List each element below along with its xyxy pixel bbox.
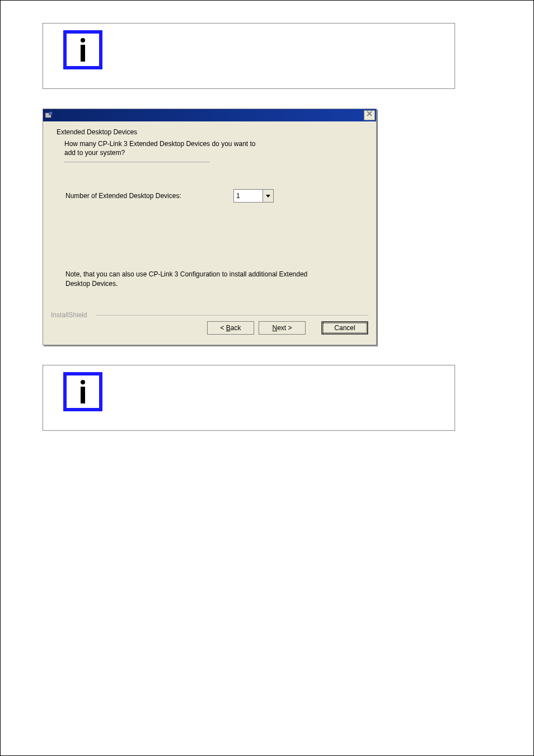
info-icon-i (67, 375, 99, 408)
back-prefix: < (220, 324, 226, 332)
dialog-title: Extended Desktop Devices (57, 128, 363, 136)
dialog-body: Number of Extended Desktop Devices: 1 No… (43, 167, 376, 307)
install-dialog: Extended Desktop Devices How many CP-Lin… (43, 109, 377, 345)
button-row: < Back Next > Cancel (51, 321, 368, 335)
device-count-value: 1 (234, 192, 263, 200)
device-count-label: Number of Extended Desktop Devices: (65, 191, 211, 200)
dialog-footer: InstallShield < Back Next > Cancel (43, 307, 376, 345)
close-button[interactable] (364, 110, 375, 120)
back-accel: B (226, 324, 231, 332)
back-button[interactable]: < Back (207, 321, 254, 335)
next-accel: N (272, 324, 277, 332)
device-count-select[interactable]: 1 (233, 189, 274, 203)
device-count-row: Number of Extended Desktop Devices: 1 (65, 189, 354, 203)
dialog-subtitle: How many CP-Link 3 Extended Desktop Devi… (64, 139, 266, 157)
installshield-brand: InstallShield (51, 311, 87, 319)
installer-icon (44, 111, 53, 120)
svg-rect-1 (49, 112, 52, 115)
info-note-bottom (43, 365, 455, 431)
header-divider (64, 162, 210, 162)
titlebar (43, 109, 376, 121)
footer-divider (96, 315, 368, 316)
dialog-wrap: Extended Desktop Devices How many CP-Lin… (43, 109, 511, 345)
dialog-header: Extended Desktop Devices How many CP-Lin… (43, 121, 376, 167)
back-suffix: ack (231, 324, 241, 332)
cancel-button[interactable]: Cancel (321, 321, 368, 335)
svg-marker-4 (266, 195, 270, 198)
info-note-top (43, 23, 455, 89)
chevron-down-icon[interactable] (263, 190, 273, 202)
footer-line: InstallShield (51, 310, 368, 318)
info-icon-i (67, 34, 99, 66)
next-suffix: ext > (277, 324, 292, 332)
dialog-body-note: Note, that you can also use CP-Link 3 Co… (65, 270, 323, 288)
next-button[interactable]: Next > (259, 321, 306, 335)
info-icon (63, 372, 102, 411)
info-icon (63, 30, 102, 69)
page-root: Extended Desktop Devices How many CP-Lin… (0, 0, 534, 756)
